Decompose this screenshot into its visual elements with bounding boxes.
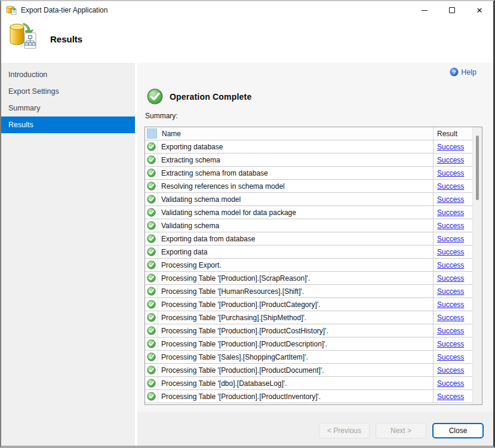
maximize-button[interactable] — [438, 1, 466, 19]
status-column-header[interactable] — [145, 127, 158, 140]
row-result-link[interactable]: Success — [437, 340, 464, 348]
close-icon: ✕ — [476, 7, 483, 14]
scrollbar-thumb[interactable] — [476, 136, 479, 200]
row-result-link[interactable]: Success — [437, 222, 464, 230]
row-name: Exporting data — [158, 246, 433, 258]
row-status-cell — [145, 390, 158, 403]
sidebar-item-introduction[interactable]: Introduction — [1, 66, 135, 83]
result-column-header[interactable]: Result — [433, 127, 472, 140]
row-status-cell — [145, 272, 158, 284]
row-result-cell: Success — [433, 180, 472, 192]
table-row: Exporting data from database Success — [145, 232, 472, 246]
row-result-link[interactable]: Success — [437, 287, 464, 296]
table-body: Exporting database Success Extracting sc… — [145, 140, 472, 404]
row-result-link[interactable]: Success — [437, 353, 464, 361]
row-status-cell — [145, 193, 158, 205]
success-check-icon — [147, 352, 156, 361]
minimize-button[interactable] — [411, 1, 438, 19]
row-result-link[interactable]: Success — [437, 379, 464, 388]
wizard-body: IntroductionExport SettingsSummaryResult… — [1, 63, 493, 446]
sidebar-item-export-settings[interactable]: Export Settings — [1, 83, 135, 100]
row-result-cell: Success — [433, 246, 472, 258]
row-result-link[interactable]: Success — [437, 143, 464, 151]
row-name: Validating schema — [158, 219, 433, 232]
row-status-cell — [145, 324, 158, 337]
success-check-icon — [147, 142, 156, 151]
row-status-cell — [145, 232, 158, 245]
row-result-cell: Success — [433, 311, 472, 324]
row-result-link[interactable]: Success — [437, 169, 464, 177]
table-scrollbar[interactable] — [472, 127, 482, 404]
row-name: Processing Table '[Production].[ProductC… — [158, 298, 433, 311]
row-status-cell — [145, 285, 158, 297]
row-result-link[interactable]: Success — [437, 327, 464, 335]
row-status-cell — [145, 259, 158, 271]
operation-success-icon — [147, 88, 163, 105]
table-row: Extracting schema Success — [145, 154, 472, 167]
row-result-link[interactable]: Success — [437, 156, 464, 164]
name-column-header[interactable]: Name — [158, 127, 433, 140]
row-name: Processing Table '[Production].[ScrapRea… — [158, 272, 433, 284]
row-result-link[interactable]: Success — [437, 208, 464, 217]
table-header-row: Name Result — [145, 127, 472, 140]
wizard-steps-sidebar: IntroductionExport SettingsSummaryResult… — [1, 63, 135, 446]
row-status-cell — [145, 140, 158, 153]
close-wizard-button[interactable]: Close — [432, 423, 484, 438]
operation-status: Operation Complete — [147, 88, 251, 105]
status-column-header-fill — [147, 128, 157, 139]
minimize-icon — [422, 10, 428, 11]
row-result-cell: Success — [433, 285, 472, 297]
row-result-cell: Success — [433, 337, 472, 350]
row-name: Exporting data from database — [158, 232, 433, 245]
row-result-cell: Success — [433, 259, 472, 271]
success-check-icon — [147, 392, 156, 401]
summary-label: Summary: — [145, 112, 178, 120]
row-result-cell: Success — [433, 324, 472, 337]
row-result-link[interactable]: Success — [437, 274, 464, 283]
table-row: Processing Table '[Production].[ProductC… — [145, 298, 472, 311]
success-check-icon — [147, 287, 156, 296]
success-check-icon — [147, 247, 156, 256]
success-check-icon — [147, 182, 156, 191]
row-name: Extracting schema from database — [158, 167, 433, 179]
row-result-link[interactable]: Success — [437, 195, 464, 204]
table-row: Validating schema model Success — [145, 193, 472, 206]
row-result-link[interactable]: Success — [437, 366, 464, 375]
row-result-link[interactable]: Success — [437, 235, 464, 243]
window-controls: ✕ — [411, 1, 493, 19]
row-result-cell: Success — [433, 167, 472, 179]
row-result-cell: Success — [433, 390, 472, 403]
row-result-cell: Success — [433, 364, 472, 376]
sidebar-item-summary[interactable]: Summary — [1, 100, 135, 116]
table-row: Processing Table '[Production].[ProductD… — [145, 337, 472, 351]
row-result-cell: Success — [433, 232, 472, 245]
success-check-icon — [147, 208, 156, 217]
row-name: Processing Table '[dbo].[DatabaseLog]'. — [158, 377, 433, 389]
success-check-icon — [147, 195, 156, 204]
row-name: Validating schema model for data package — [158, 206, 433, 219]
row-result-link[interactable]: Success — [437, 300, 464, 309]
window-title: Export Data-tier Application — [21, 6, 411, 14]
previous-button[interactable]: < Previous — [319, 423, 370, 438]
row-result-link[interactable]: Success — [437, 314, 464, 322]
title-bar[interactable]: Export Data-tier Application ✕ — [1, 1, 493, 19]
export-dac-icon — [7, 21, 39, 51]
table-row: Extracting schema from database Success — [145, 167, 472, 180]
success-check-icon — [147, 379, 156, 388]
row-result-link[interactable]: Success — [437, 182, 464, 191]
table-row: Processing Table '[Production].[ProductD… — [145, 364, 472, 377]
row-result-link[interactable]: Success — [437, 261, 464, 269]
row-name: Processing Table '[Production].[ProductD… — [158, 364, 433, 376]
table-row: Processing Table '[Purchasing].[ShipMeth… — [145, 311, 472, 324]
table-row: Processing Table '[HumanResources].[Shif… — [145, 285, 472, 298]
row-result-cell: Success — [433, 154, 472, 166]
success-check-icon — [147, 274, 156, 283]
row-result-link[interactable]: Success — [437, 248, 464, 256]
close-button[interactable]: ✕ — [466, 1, 493, 19]
table-row: Processing Table '[dbo].[DatabaseLog]'. … — [145, 377, 472, 390]
sidebar-item-results[interactable]: Results — [1, 116, 135, 133]
row-result-link[interactable]: Success — [437, 392, 464, 401]
help-link[interactable]: ? Help — [450, 67, 476, 76]
next-button[interactable]: Next > — [376, 423, 426, 438]
summary-table-main: Name Result Exporting database Success E… — [145, 127, 472, 404]
